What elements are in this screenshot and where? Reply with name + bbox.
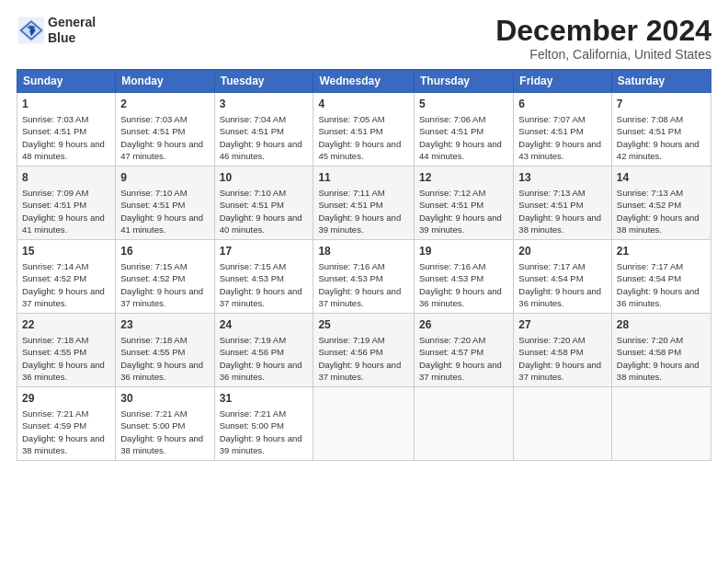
day-number: 16	[120, 244, 209, 259]
sunrise-label: Sunrise: 7:16 AM	[419, 261, 485, 271]
calendar-cell: 15Sunrise: 7:14 AMSunset: 4:52 PMDayligh…	[17, 240, 116, 314]
week-row-5: 29Sunrise: 7:21 AMSunset: 4:59 PMDayligh…	[17, 387, 711, 461]
daylight-label: Daylight: 9 hours and 36 minutes.	[419, 286, 502, 308]
day-number: 20	[518, 244, 607, 259]
weekday-header-wednesday: Wednesday	[313, 70, 415, 93]
day-number: 4	[318, 97, 409, 112]
sunrise-label: Sunrise: 7:21 AM	[22, 408, 88, 419]
weekday-header-thursday: Thursday	[415, 70, 514, 93]
sunrise-label: Sunrise: 7:14 AM	[22, 261, 88, 271]
sunrise-label: Sunrise: 7:10 AM	[120, 188, 187, 198]
daylight-label: Daylight: 9 hours and 39 minutes.	[318, 213, 401, 235]
daylight-label: Daylight: 9 hours and 37 minutes.	[518, 360, 601, 382]
sunrise-label: Sunrise: 7:17 AM	[617, 261, 683, 271]
sunset-label: Sunset: 4:51 PM	[518, 126, 583, 136]
day-number: 26	[419, 317, 508, 333]
title-block: December 2024 Felton, California, United…	[495, 15, 711, 62]
day-number: 19	[419, 244, 508, 259]
day-number: 28	[617, 317, 706, 333]
calendar: SundayMondayTuesdayWednesdayThursdayFrid…	[17, 69, 711, 461]
subtitle: Felton, California, United States	[495, 47, 711, 62]
sunset-label: Sunset: 4:51 PM	[220, 200, 284, 210]
calendar-cell: 13Sunrise: 7:13 AMSunset: 4:51 PMDayligh…	[514, 167, 612, 240]
sunset-label: Sunset: 4:55 PM	[22, 347, 86, 357]
day-number: 14	[617, 170, 706, 186]
calendar-cell: 1Sunrise: 7:03 AMSunset: 4:51 PMDaylight…	[17, 93, 116, 167]
calendar-cell: 8Sunrise: 7:09 AMSunset: 4:51 PMDaylight…	[17, 167, 116, 240]
weekday-header-saturday: Saturday	[611, 70, 711, 93]
daylight-label: Daylight: 9 hours and 37 minutes.	[318, 286, 401, 308]
header: General Blue December 2024 Felton, Calif…	[17, 15, 711, 62]
calendar-cell: 16Sunrise: 7:15 AMSunset: 4:52 PMDayligh…	[116, 240, 214, 314]
calendar-cell: 29Sunrise: 7:21 AMSunset: 4:59 PMDayligh…	[17, 387, 116, 461]
logo-icon	[17, 16, 46, 45]
sunrise-label: Sunrise: 7:20 AM	[617, 335, 683, 345]
daylight-label: Daylight: 9 hours and 47 minutes.	[120, 139, 203, 161]
calendar-cell: 20Sunrise: 7:17 AMSunset: 4:54 PMDayligh…	[514, 240, 612, 314]
daylight-label: Daylight: 9 hours and 36 minutes.	[22, 360, 105, 382]
calendar-cell: 19Sunrise: 7:16 AMSunset: 4:53 PMDayligh…	[415, 240, 514, 314]
sunrise-label: Sunrise: 7:04 AM	[220, 114, 286, 124]
sunset-label: Sunset: 4:57 PM	[419, 347, 483, 357]
sunset-label: Sunset: 4:51 PM	[220, 126, 284, 136]
sunrise-label: Sunrise: 7:10 AM	[220, 188, 286, 198]
sunset-label: Sunset: 4:51 PM	[318, 200, 382, 210]
day-number: 25	[318, 317, 409, 333]
calendar-cell: 31Sunrise: 7:21 AMSunset: 5:00 PMDayligh…	[214, 387, 313, 461]
day-number: 29	[22, 391, 110, 407]
day-number: 11	[318, 170, 409, 186]
day-number: 15	[22, 244, 110, 259]
daylight-label: Daylight: 9 hours and 36 minutes.	[220, 360, 302, 382]
daylight-label: Daylight: 9 hours and 41 minutes.	[120, 213, 203, 235]
sunset-label: Sunset: 4:56 PM	[220, 347, 284, 357]
daylight-label: Daylight: 9 hours and 39 minutes.	[220, 433, 302, 455]
sunset-label: Sunset: 4:51 PM	[617, 126, 681, 136]
daylight-label: Daylight: 9 hours and 38 minutes.	[617, 360, 700, 382]
calendar-cell: 28Sunrise: 7:20 AMSunset: 4:58 PMDayligh…	[611, 314, 711, 387]
day-number: 13	[518, 170, 607, 186]
sunrise-label: Sunrise: 7:20 AM	[518, 335, 585, 345]
calendar-cell: 30Sunrise: 7:21 AMSunset: 5:00 PMDayligh…	[116, 387, 214, 461]
sunset-label: Sunset: 4:58 PM	[518, 347, 583, 357]
sunrise-label: Sunrise: 7:03 AM	[120, 114, 187, 124]
calendar-cell: 26Sunrise: 7:20 AMSunset: 4:57 PMDayligh…	[415, 314, 514, 387]
sunset-label: Sunset: 4:51 PM	[120, 200, 185, 210]
day-number: 24	[220, 317, 309, 333]
daylight-label: Daylight: 9 hours and 38 minutes.	[22, 433, 105, 455]
logo-text: General Blue	[48, 15, 96, 46]
sunset-label: Sunset: 4:51 PM	[120, 126, 185, 136]
day-number: 1	[22, 97, 110, 112]
page: General Blue December 2024 Felton, Calif…	[0, 0, 728, 563]
week-row-3: 15Sunrise: 7:14 AMSunset: 4:52 PMDayligh…	[17, 240, 711, 314]
daylight-label: Daylight: 9 hours and 37 minutes.	[120, 286, 203, 308]
sunset-label: Sunset: 5:00 PM	[120, 420, 185, 431]
day-number: 10	[220, 170, 309, 186]
sunrise-label: Sunrise: 7:08 AM	[617, 114, 683, 124]
daylight-label: Daylight: 9 hours and 38 minutes.	[518, 213, 601, 235]
weekday-header-sunday: Sunday	[17, 70, 116, 93]
sunrise-label: Sunrise: 7:06 AM	[419, 114, 485, 124]
sunset-label: Sunset: 4:53 PM	[318, 273, 382, 283]
sunset-label: Sunset: 4:53 PM	[419, 273, 483, 283]
sunrise-label: Sunrise: 7:13 AM	[617, 188, 683, 198]
daylight-label: Daylight: 9 hours and 38 minutes.	[617, 213, 700, 235]
calendar-cell: 2Sunrise: 7:03 AMSunset: 4:51 PMDaylight…	[116, 93, 214, 167]
weekday-header-friday: Friday	[514, 70, 612, 93]
sunrise-label: Sunrise: 7:19 AM	[318, 335, 384, 345]
weekday-header-monday: Monday	[116, 70, 214, 93]
calendar-cell: 7Sunrise: 7:08 AMSunset: 4:51 PMDaylight…	[611, 93, 711, 167]
calendar-cell: 23Sunrise: 7:18 AMSunset: 4:55 PMDayligh…	[116, 314, 214, 387]
week-row-1: 1Sunrise: 7:03 AMSunset: 4:51 PMDaylight…	[17, 93, 711, 167]
sunset-label: Sunset: 4:51 PM	[518, 200, 583, 210]
day-number: 6	[518, 97, 607, 112]
day-number: 21	[617, 244, 706, 259]
day-number: 5	[419, 97, 508, 112]
calendar-cell	[611, 387, 711, 461]
sunset-label: Sunset: 4:51 PM	[318, 126, 382, 136]
calendar-cell: 11Sunrise: 7:11 AMSunset: 4:51 PMDayligh…	[313, 167, 415, 240]
daylight-label: Daylight: 9 hours and 41 minutes.	[22, 213, 105, 235]
calendar-cell: 25Sunrise: 7:19 AMSunset: 4:56 PMDayligh…	[313, 314, 415, 387]
sunrise-label: Sunrise: 7:18 AM	[120, 335, 187, 345]
sunrise-label: Sunrise: 7:12 AM	[419, 188, 485, 198]
calendar-cell: 24Sunrise: 7:19 AMSunset: 4:56 PMDayligh…	[214, 314, 313, 387]
